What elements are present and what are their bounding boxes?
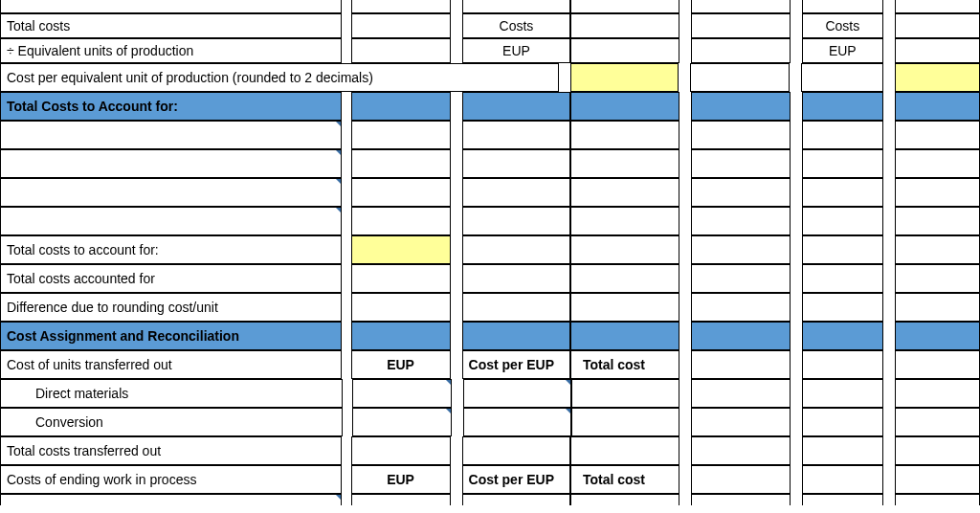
cell: [895, 0, 980, 13]
cell[interactable]: [895, 264, 980, 293]
cell[interactable]: [570, 149, 679, 178]
cell[interactable]: [351, 38, 451, 63]
cell[interactable]: [895, 436, 980, 465]
cell[interactable]: [570, 207, 679, 235]
input-dm-eup[interactable]: [352, 379, 452, 408]
cell[interactable]: [570, 13, 679, 38]
gap: [883, 494, 895, 505]
cell[interactable]: [802, 465, 883, 494]
cell[interactable]: [462, 264, 570, 293]
cell[interactable]: [895, 38, 980, 63]
gap: [883, 207, 895, 235]
cell[interactable]: [462, 494, 570, 505]
cell[interactable]: [571, 379, 679, 408]
cell[interactable]: [351, 436, 451, 465]
cell[interactable]: [802, 350, 883, 379]
cell[interactable]: [691, 494, 791, 505]
cell[interactable]: [802, 436, 883, 465]
cell[interactable]: [802, 235, 883, 264]
input-conv-cost-per-eup[interactable]: [463, 408, 571, 436]
cell[interactable]: [691, 436, 791, 465]
cell[interactable]: [690, 63, 790, 92]
input-dm-cost-per-eup[interactable]: [463, 379, 571, 408]
cell[interactable]: [570, 38, 679, 63]
cell[interactable]: [895, 293, 980, 322]
gap: [451, 92, 462, 121]
cell[interactable]: [462, 436, 570, 465]
gap: [342, 0, 350, 13]
cell[interactable]: [895, 207, 980, 235]
cell[interactable]: [691, 207, 791, 235]
gap: [342, 38, 350, 63]
cell[interactable]: [570, 178, 679, 207]
cell[interactable]: [571, 408, 679, 436]
gap: [791, 379, 802, 408]
cell[interactable]: [570, 121, 679, 149]
cell[interactable]: [351, 207, 451, 235]
output-cost-per-eup-2: [895, 63, 980, 92]
cell[interactable]: [895, 235, 980, 264]
cell[interactable]: [351, 264, 451, 293]
cell[interactable]: [802, 379, 883, 408]
cell[interactable]: [895, 121, 980, 149]
cell[interactable]: [570, 494, 679, 505]
cell[interactable]: [802, 494, 883, 505]
cell[interactable]: [462, 149, 570, 178]
cell[interactable]: [802, 149, 883, 178]
cell[interactable]: [895, 13, 980, 38]
cell[interactable]: [691, 149, 791, 178]
cell[interactable]: [691, 38, 791, 63]
cell[interactable]: [895, 379, 980, 408]
cell[interactable]: [895, 465, 980, 494]
cell[interactable]: [462, 293, 570, 322]
cell[interactable]: [351, 293, 451, 322]
cell[interactable]: [691, 13, 791, 38]
cell[interactable]: [351, 13, 451, 38]
cell[interactable]: [351, 149, 451, 178]
gap: [679, 92, 691, 121]
cell[interactable]: [802, 264, 883, 293]
dropdown-cost-item-2[interactable]: [0, 149, 342, 178]
cell[interactable]: [351, 494, 451, 505]
cell[interactable]: [802, 408, 883, 436]
cell[interactable]: [570, 264, 679, 293]
dropdown-cost-item-3[interactable]: [0, 178, 342, 207]
cell[interactable]: [895, 178, 980, 207]
cell[interactable]: [802, 293, 883, 322]
input-conv-eup[interactable]: [352, 408, 452, 436]
cell[interactable]: [895, 408, 980, 436]
cell: [691, 322, 791, 350]
gap: [451, 350, 462, 379]
label-eup: ÷ Equivalent units of production: [0, 38, 342, 63]
cell[interactable]: [895, 149, 980, 178]
cell[interactable]: [351, 121, 451, 149]
cell[interactable]: [802, 121, 883, 149]
cell[interactable]: [462, 178, 570, 207]
cell[interactable]: [462, 235, 570, 264]
cell[interactable]: [570, 235, 679, 264]
dropdown-cost-item-4[interactable]: [0, 207, 342, 235]
cell[interactable]: [691, 350, 791, 379]
cell[interactable]: [802, 207, 883, 235]
cell[interactable]: [570, 436, 679, 465]
cell: [351, 0, 451, 13]
cell[interactable]: [691, 264, 791, 293]
cell[interactable]: [691, 408, 791, 436]
cell[interactable]: [895, 350, 980, 379]
cell[interactable]: [801, 63, 882, 92]
cell[interactable]: [691, 235, 791, 264]
cell[interactable]: [691, 465, 791, 494]
cell[interactable]: [462, 207, 570, 235]
cell[interactable]: [691, 178, 791, 207]
cell[interactable]: [462, 121, 570, 149]
cell[interactable]: [895, 494, 980, 505]
dropdown-cost-item-1[interactable]: [0, 121, 342, 149]
cell[interactable]: [802, 178, 883, 207]
dropdown-last-item[interactable]: [0, 494, 342, 505]
cell[interactable]: [570, 293, 679, 322]
cell[interactable]: [691, 121, 791, 149]
cell[interactable]: [691, 293, 791, 322]
cell[interactable]: [691, 379, 791, 408]
gap: [791, 494, 802, 505]
cell[interactable]: [351, 178, 451, 207]
